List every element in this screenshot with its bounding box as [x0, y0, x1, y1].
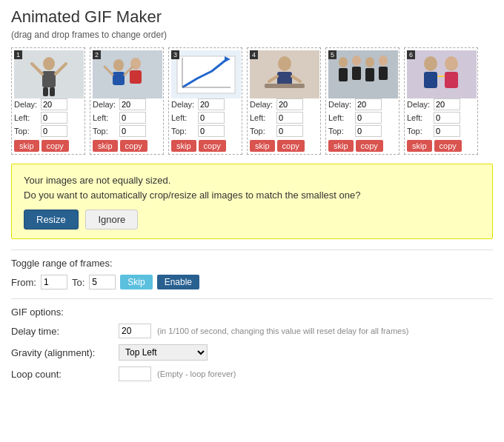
frame-card-6: 6 Delay: Left: Top: skip copy: [404, 47, 478, 155]
gravity-select[interactable]: Top LeftTopTop RightLeftCenterRightBotto…: [119, 344, 208, 361]
top-input-1[interactable]: [41, 125, 67, 137]
frame-number-2: 2: [93, 50, 101, 59]
from-input[interactable]: [41, 275, 67, 289]
svg-rect-34: [407, 50, 477, 98]
frame-number-4: 4: [250, 50, 258, 59]
skip-button-2[interactable]: skip: [93, 140, 118, 152]
delay-note: (in 1/100 of second, changing this value…: [157, 327, 408, 335]
left-input-3[interactable]: [198, 112, 225, 124]
to-input[interactable]: [89, 275, 116, 289]
frame-buttons-6: skip copy: [407, 140, 475, 152]
left-field-4: Left:: [250, 112, 318, 124]
svg-rect-22: [265, 84, 305, 88]
left-field-3: Left:: [171, 112, 239, 124]
top-field-5: Top:: [328, 125, 397, 137]
copy-button-2[interactable]: copy: [120, 140, 147, 152]
top-label-5: Top:: [328, 127, 355, 135]
left-label-5: Left:: [328, 113, 355, 122]
frame-number-1: 1: [14, 50, 22, 59]
range-skip-button[interactable]: Skip: [120, 275, 152, 289]
warning-line1: Your images are not equally sized.: [24, 175, 170, 186]
warning-box: Your images are not equally sized. Do yo…: [11, 164, 493, 239]
toggle-range-row: From: To: Skip Enable: [11, 275, 493, 289]
top-label-2: Top:: [93, 127, 119, 135]
delay-input-4[interactable]: [276, 98, 303, 110]
skip-button-6[interactable]: skip: [407, 140, 432, 152]
delay-input[interactable]: [119, 324, 151, 338]
svg-point-32: [379, 56, 388, 66]
left-label-4: Left:: [250, 113, 276, 122]
loop-label: Loop count:: [11, 369, 119, 380]
svg-point-8: [113, 59, 124, 71]
svg-point-26: [339, 57, 348, 67]
frame-image-3: [171, 50, 241, 98]
copy-button-5[interactable]: copy: [356, 140, 383, 152]
delay-input-3[interactable]: [198, 98, 225, 110]
delay-input-5[interactable]: [355, 98, 382, 110]
delay-field-2: Delay:: [93, 98, 161, 110]
left-field-2: Left:: [93, 112, 161, 124]
top-label-3: Top:: [171, 127, 198, 135]
left-input-5[interactable]: [355, 112, 382, 124]
svg-rect-5: [43, 87, 48, 96]
warning-text: Your images are not equally sized. Do yo…: [24, 173, 480, 202]
ignore-button[interactable]: Ignore: [85, 210, 138, 230]
copy-button-3[interactable]: copy: [199, 140, 226, 152]
left-field-5: Left:: [328, 112, 397, 124]
left-input-2[interactable]: [119, 112, 146, 124]
delay-input-2[interactable]: [119, 98, 146, 110]
gravity-label: Gravity (alignment):: [11, 347, 119, 358]
delay-label-3: Delay:: [171, 100, 198, 109]
top-field-3: Top:: [171, 125, 239, 137]
top-field-6: Top:: [407, 125, 475, 137]
skip-button-4[interactable]: skip: [250, 140, 275, 152]
loop-row: Loop count: (Empty - loop forever): [11, 366, 493, 381]
frame-buttons-3: skip copy: [171, 140, 239, 152]
svg-point-37: [445, 56, 458, 71]
copy-button-6[interactable]: copy: [434, 140, 462, 152]
resize-button[interactable]: Resize: [24, 210, 79, 230]
frame-number-6: 6: [407, 50, 415, 59]
svg-rect-11: [130, 70, 142, 84]
top-input-5[interactable]: [355, 125, 382, 137]
frame-buttons-2: skip copy: [93, 140, 161, 152]
svg-rect-9: [113, 72, 125, 85]
top-field-1: Top:: [14, 125, 82, 137]
range-enable-button[interactable]: Enable: [157, 275, 199, 289]
left-field-6: Left:: [407, 112, 475, 124]
delay-field-1: Delay:: [14, 98, 82, 110]
left-input-1[interactable]: [41, 112, 67, 124]
loop-input[interactable]: [119, 366, 151, 381]
left-input-4[interactable]: [276, 112, 303, 124]
left-field-1: Left:: [14, 112, 82, 124]
svg-rect-6: [50, 87, 55, 96]
frame-image-6: [407, 50, 477, 98]
svg-rect-29: [352, 67, 361, 80]
from-label: From:: [11, 277, 36, 288]
svg-point-30: [365, 57, 374, 67]
copy-button-1[interactable]: copy: [42, 140, 69, 152]
frame-buttons-5: skip copy: [328, 140, 397, 152]
skip-button-5[interactable]: skip: [328, 140, 354, 152]
top-input-6[interactable]: [434, 125, 460, 137]
to-label: To:: [72, 277, 84, 288]
frame-image-5: [328, 50, 398, 98]
top-label-4: Top:: [250, 127, 276, 135]
top-input-4[interactable]: [276, 125, 303, 137]
svg-rect-33: [379, 67, 388, 80]
skip-button-1[interactable]: skip: [14, 140, 39, 152]
frame-card-4: 4 Delay: Left: Top: skip copy: [247, 47, 321, 155]
skip-button-3[interactable]: skip: [171, 140, 196, 152]
copy-button-4[interactable]: copy: [277, 140, 305, 152]
top-input-3[interactable]: [198, 125, 225, 137]
svg-rect-27: [339, 68, 348, 81]
delay-input-6[interactable]: [434, 98, 460, 110]
delay-label-1: Delay:: [14, 100, 41, 109]
toggle-range-title: Toggle range of frames:: [11, 258, 493, 269]
svg-rect-36: [424, 72, 437, 88]
left-input-6[interactable]: [434, 112, 460, 124]
top-input-2[interactable]: [119, 125, 146, 137]
warning-line2: Do you want to automatically crop/resize…: [24, 190, 361, 201]
delay-label: Delay time:: [11, 326, 119, 337]
delay-input-1[interactable]: [41, 98, 67, 110]
